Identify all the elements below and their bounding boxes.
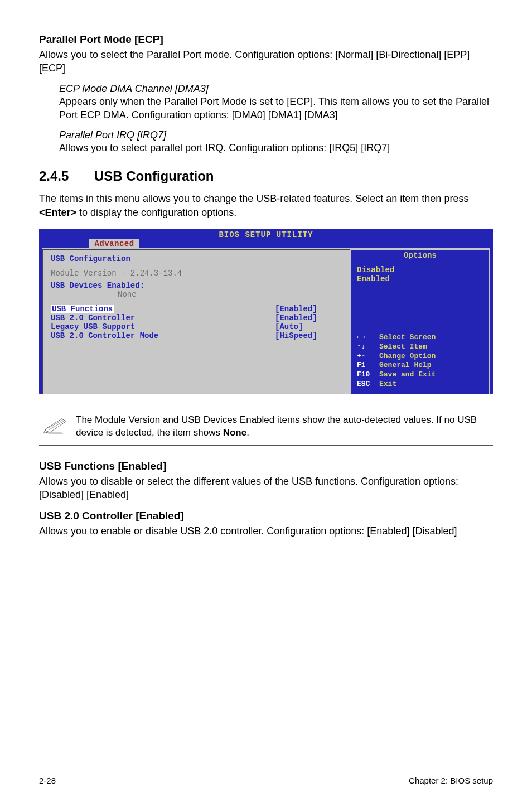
bios-row-usb20-mode: USB 2.0 Controller Mode [HiSpeed] (51, 331, 342, 340)
heading-ppm: Parallel Port Mode [ECP] (39, 33, 493, 46)
heading-usb-functions: USB Functions [Enabled] (39, 460, 493, 472)
nav-action: Select Item (379, 342, 427, 351)
bios-row-label: USB 2.0 Controller (51, 313, 275, 322)
section-intro: The items in this menu allows you to cha… (39, 192, 493, 219)
bios-tab-rest: dvanced (99, 239, 134, 248)
svg-point-0 (48, 432, 64, 435)
note-text-1: The Module Version and USB Devices Enabl… (76, 414, 477, 438)
section-number: 2.4.5 (39, 168, 89, 184)
section-intro-1: The items in this menu allows you to cha… (39, 193, 468, 204)
bios-row-legacy-usb: Legacy USB Support [Auto] (51, 322, 342, 331)
nav-key: ESC (357, 380, 379, 389)
nav-key: ←→ (357, 333, 379, 342)
svg-line-1 (48, 419, 64, 428)
bios-row-label: USB Functions (51, 305, 114, 313)
nav-action: Exit (379, 380, 396, 388)
bios-devices-header: USB Devices Enabled: (51, 281, 342, 290)
page-number: 2-28 (39, 776, 56, 785)
bios-row-value: [Enabled] (275, 305, 342, 313)
bios-row-value: [Enabled] (275, 313, 342, 322)
bios-tab-key: A (94, 239, 99, 248)
nav-key: ↑↓ (357, 342, 379, 352)
bios-nav-help: ←→Select Screen ↑↓Select Item +-Change O… (357, 333, 436, 389)
bios-option-enabled: Enabled (357, 274, 483, 283)
text-usb-functions: Allows you to disable or select the diff… (39, 475, 493, 502)
bios-row-usb20-controller: USB 2.0 Controller [Enabled] (51, 313, 342, 322)
note-text: The Module Version and USB Devices Enabl… (72, 414, 493, 439)
note-text-bold: None (223, 427, 247, 438)
bios-side-header: Options (352, 251, 488, 262)
nav-action: General Help (379, 361, 432, 369)
bios-main-panel: USB Configuration Module Version - 2.24.… (42, 249, 350, 394)
bios-row-label: Legacy USB Support (51, 322, 275, 331)
section-intro-2: to display the configuration options. (76, 207, 236, 218)
nav-action: Save and Exit (379, 370, 436, 379)
heading-pp-irq: Parallel Port IRQ [IRQ7] (59, 129, 493, 141)
nav-action: Change Option (379, 352, 436, 360)
bios-row-usb-functions: USB Functions [Enabled] (51, 305, 342, 313)
section-title: USB Configuration (94, 168, 214, 183)
nav-key: +- (357, 352, 379, 361)
bios-tab-advanced: Advanced (89, 239, 139, 248)
bios-option-disabled: Disabled (357, 265, 483, 274)
text-usb20-controller: Allows you to enable or disable USB 2.0 … (39, 524, 493, 538)
nav-key: F1 (357, 361, 379, 370)
note-text-2: . (246, 427, 249, 438)
chapter-label: Chapter 2: BIOS setup (409, 776, 493, 785)
nav-action: Select Screen (379, 333, 436, 341)
text-pp-irq: Allows you to select parallel port IRQ. … (59, 141, 493, 154)
text-ppm: Allows you to select the Parallel Port m… (39, 48, 493, 75)
section-heading: 2.4.5 USB Configuration (39, 165, 493, 185)
bios-main-header: USB Configuration (51, 254, 342, 265)
bios-row-label: USB 2.0 Controller Mode (51, 331, 275, 340)
bios-module-version: Module Version - 2.24.3-13.4 (51, 269, 342, 278)
bios-row-value: [Auto] (275, 322, 342, 331)
bios-screenshot: BIOS SETUP UTILITY Advanced USB Configur… (39, 229, 493, 394)
note-icon (39, 416, 72, 437)
page-footer: 2-28 Chapter 2: BIOS setup (39, 772, 493, 785)
bios-title: BIOS SETUP UTILITY (39, 229, 493, 239)
section-intro-key: <Enter> (39, 207, 76, 218)
bios-side-panel: Options Disabled Enabled ←→Select Screen… (350, 249, 490, 394)
heading-usb20-controller: USB 2.0 Controller [Enabled] (39, 510, 493, 522)
bios-devices-none: None (118, 290, 342, 299)
note-box: The Module Version and USB Devices Enabl… (39, 408, 493, 446)
bios-row-value: [HiSpeed] (275, 331, 342, 340)
nav-key: F10 (357, 370, 379, 380)
text-ecp-dma: Appears only when the Parallel Port Mode… (59, 95, 493, 122)
heading-ecp-dma: ECP Mode DMA Channel [DMA3] (59, 83, 493, 95)
